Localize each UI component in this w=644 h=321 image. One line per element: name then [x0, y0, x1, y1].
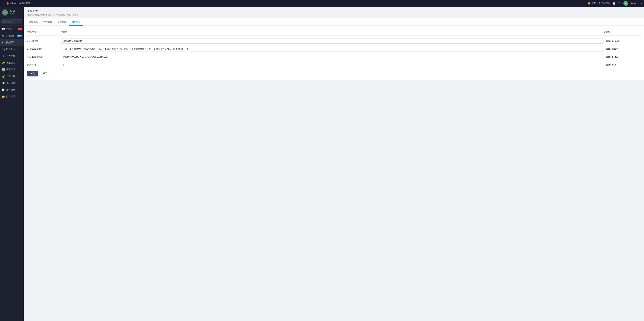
- topbar: ≡ 🏠 控制台 ⚙ 系统配置 🏠 主页 🗑 清除缓存 📋 ⛶ A Admin ⚙: [0, 0, 644, 7]
- sidebar: A Admin 在线 🔍 📊 控制台 hot ⚙: [0, 7, 24, 321]
- row3-input[interactable]: [61, 62, 604, 67]
- table-row: TRC20授权地址 {$site.trc20}: [27, 54, 640, 59]
- sidebar-item-management-label: 常规管理: [6, 34, 14, 37]
- sidebar-username: Admin: [10, 10, 16, 12]
- row0-label: BEP20地址: [27, 39, 61, 42]
- row0-input[interactable]: [61, 38, 604, 43]
- permission-arrow-icon: ›: [21, 62, 22, 64]
- dashboard-icon: 📊: [2, 28, 5, 30]
- page-title: 系统配置: [27, 9, 640, 13]
- row1-input[interactable]: [61, 46, 604, 51]
- sidebar-user-info: Admin 在线: [10, 10, 16, 15]
- receive-icon: 📋: [2, 82, 5, 84]
- row0-value: [61, 38, 604, 43]
- confirm-button[interactable]: 确定: [27, 71, 38, 76]
- topbar-clear-label: 清除缓存: [601, 2, 610, 5]
- table-row: ERC20授权地址 {$site.erc20}: [27, 46, 640, 51]
- settle-icon: 📝: [2, 88, 5, 91]
- sidebar-item-receive[interactable]: 📋 领取记录: [0, 80, 24, 86]
- sidebar-item-agent[interactable]: 🔄 代理管理 ›: [0, 66, 24, 73]
- reset-button[interactable]: 重置: [40, 71, 51, 76]
- dividend-icon: 💰: [2, 75, 5, 78]
- sidebar-item-dashboard-label: 控制台: [6, 27, 13, 30]
- row2-input[interactable]: [61, 54, 604, 59]
- dashboard-badge: hot: [18, 28, 22, 30]
- topbar-clear-cache-link[interactable]: 🗑 清除缓存: [598, 2, 610, 5]
- row1-varname: {$site.erc20}: [604, 48, 640, 50]
- sidebar-item-attachment-label: 附件管理: [6, 48, 15, 51]
- row0-varname: {$site.bep20}: [604, 40, 640, 42]
- topbar-nav-sysconfig[interactable]: ⚙ 系统配置: [19, 2, 30, 5]
- topbar-settings-icon[interactable]: ⚙: [640, 2, 642, 5]
- table-row: BEP20地址 {$site.bep20}: [27, 38, 640, 43]
- tabs-bar: 基础配置 请调配置 字典配置 授权地址 +: [24, 18, 644, 26]
- content-card: 基础配置 请调配置 字典配置 授权地址 + 变量标题 变量值 变量名 BEP20…: [24, 18, 644, 80]
- tab-auth-addr[interactable]: 授权地址: [69, 18, 83, 26]
- sidebar-status-label: 在线: [11, 12, 15, 15]
- topbar-username: Admin: [631, 2, 637, 4]
- row2-value: [61, 54, 604, 59]
- gear-icon: ⚙: [19, 2, 21, 4]
- sidebar-search-area: 🔍: [0, 18, 24, 26]
- sidebar-item-receive-label: 领取记录: [6, 81, 15, 84]
- sidebar-item-dividend[interactable]: 💰 分红设置: [0, 73, 24, 80]
- sidebar-avatar: A: [2, 9, 8, 15]
- topbar-nav-dashboard-label: 控制台: [10, 2, 16, 5]
- topbar-left: ≡ 🏠 控制台 ⚙ 系统配置: [2, 2, 30, 5]
- menu-toggle-icon[interactable]: ≡: [2, 2, 4, 5]
- sidebar-item-profile-label: 个人资料: [6, 54, 15, 57]
- avatar: A: [624, 1, 628, 6]
- sidebar-item-management[interactable]: ⚙ 常规管理 new: [0, 32, 24, 39]
- row1-label: ERC20授权地址: [27, 47, 61, 50]
- sidebar-status: 在线: [10, 12, 16, 15]
- fullscreen-icon[interactable]: ⛶: [618, 2, 621, 5]
- tab-add-button[interactable]: +: [83, 19, 89, 25]
- home-icon2: 🏠: [588, 2, 590, 4]
- sidebar-item-permission[interactable]: 🔑 权限管理 ›: [0, 59, 24, 66]
- layout: A Admin 在线 🔍 📊 控制台 hot ⚙: [0, 7, 644, 321]
- topbar-home-link[interactable]: 🏠 主页: [588, 2, 596, 5]
- management-badge: new: [17, 35, 22, 37]
- topbar-home-label: 主页: [591, 2, 596, 5]
- col-label-header: 变量标题: [27, 30, 61, 33]
- table-row: 起息时间 {$site.day}: [27, 62, 640, 67]
- topbar-nav-sysconfig-label: 系统配置: [22, 2, 30, 5]
- sidebar-item-sysconfig[interactable]: ⚙ 系统配置: [0, 39, 24, 46]
- sidebar-item-profile[interactable]: 👤 个人资料: [0, 53, 24, 59]
- auth-icon: 🔐: [2, 95, 5, 98]
- sidebar-item-auth[interactable]: 🔐 授权管理: [0, 93, 24, 100]
- sidebar-item-settle[interactable]: 📝 结算记录: [0, 86, 24, 93]
- sidebar-user-section: A Admin 在线: [0, 7, 24, 18]
- sidebar-item-attachment[interactable]: 📎 附件管理: [0, 46, 24, 53]
- page-description: 可以在此增改系统的变量和分组,也可以自定义分组和变量: [27, 14, 640, 16]
- form-actions: 确定 重置: [27, 71, 640, 76]
- tab-dict[interactable]: 字典配置: [55, 18, 69, 26]
- sidebar-menu: 📊 控制台 hot ⚙ 常规管理 new ⚙ 系统配置 📎 附件管理 👤 个人资…: [0, 26, 24, 321]
- trash-icon: 🗑: [598, 2, 600, 4]
- topbar-nav-dashboard[interactable]: 🏠 控制台: [6, 2, 16, 5]
- main-content: 系统配置 可以在此增改系统的变量和分组,也可以自定义分组和变量 基础配置 请调配…: [24, 7, 644, 321]
- row3-value: [61, 62, 604, 67]
- row2-label: TRC20授权地址: [27, 55, 61, 58]
- search-icon: 🔍: [2, 20, 5, 23]
- sidebar-item-dashboard[interactable]: 📊 控制台 hot: [0, 26, 24, 32]
- row3-varname: {$site.day}: [604, 63, 640, 66]
- profile-icon: 👤: [2, 55, 5, 57]
- row3-label: 起息时间: [27, 63, 61, 66]
- sidebar-item-settle-label: 结算记录: [6, 88, 15, 91]
- copy-icon[interactable]: 📋: [613, 2, 616, 5]
- tab-request[interactable]: 请调配置: [40, 18, 55, 26]
- form-area: 变量标题 变量值 变量名 BEP20地址 {$site.bep20} ERC20…: [24, 26, 644, 80]
- home-icon: 🏠: [6, 2, 9, 4]
- col-name-header: 变量名: [604, 30, 640, 33]
- row1-value: [61, 46, 604, 51]
- tab-basic[interactable]: 基础配置: [26, 18, 40, 26]
- sidebar-item-sysconfig-label: 系统配置: [6, 41, 14, 44]
- sysconfig-icon: ⚙: [2, 41, 4, 44]
- status-dot: [10, 13, 11, 14]
- sidebar-item-agent-label: 代理管理: [6, 68, 15, 71]
- sidebar-item-permission-label: 权限管理: [6, 61, 15, 64]
- management-icon: ⚙: [2, 34, 4, 37]
- row2-varname: {$site.trc20}: [604, 55, 640, 58]
- col-value-header: 变量值: [61, 30, 604, 33]
